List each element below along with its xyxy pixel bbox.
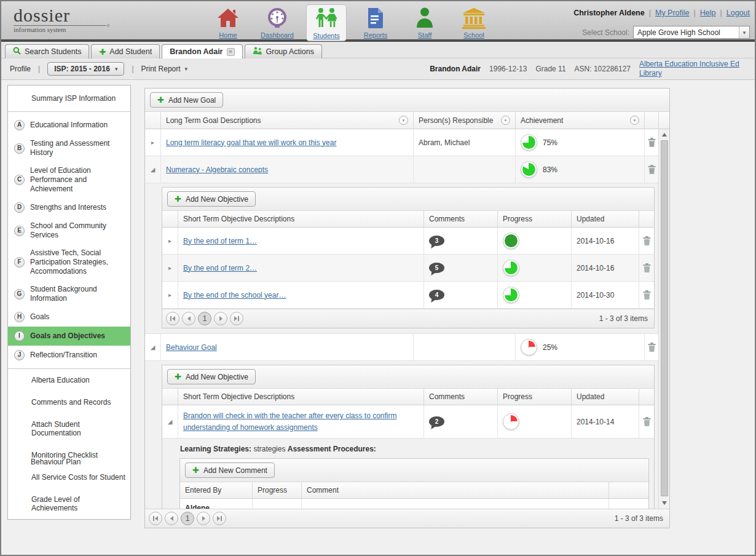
- chevron-down-icon[interactable]: ▾: [739, 26, 749, 38]
- delete-objective-button[interactable]: [639, 255, 654, 281]
- expand-arrow-icon[interactable]: ▸: [162, 255, 178, 281]
- add-new-objective-button[interactable]: ✚ Add New Objective: [167, 191, 256, 207]
- delete-objective-button[interactable]: [639, 282, 654, 308]
- nav-dashboard[interactable]: Dashboard: [257, 4, 297, 41]
- sidebar-item-attach-student-documentation[interactable]: Attach Student Documentation: [8, 413, 130, 444]
- nav-staff-label[interactable]: Staff: [418, 31, 431, 39]
- sidebar-item-testing-assessment-history[interactable]: B Testing and Assessment History: [8, 135, 130, 162]
- pager-last-button[interactable]: [230, 312, 243, 325]
- filter-icon[interactable]: ▼: [501, 116, 510, 125]
- profile-link[interactable]: Profile: [10, 65, 31, 73]
- add-new-goal-button[interactable]: ✚ Add New Goal: [150, 92, 223, 108]
- nav-home[interactable]: Home: [208, 4, 248, 41]
- filter-icon[interactable]: ▼: [630, 116, 639, 125]
- school-select[interactable]: Apple Grove High School ▾: [633, 26, 750, 39]
- goal-link[interactable]: Long term literacy goal that we will wor…: [166, 138, 336, 147]
- add-new-comment-button[interactable]: ✚ Add New Comment: [185, 463, 275, 478]
- tab-search-students[interactable]: Search Students: [5, 44, 89, 58]
- add-new-objective-button[interactable]: ✚ Add New Objective: [167, 369, 256, 384]
- letter-badge: A: [14, 120, 25, 130]
- objective-row: ◢ Brandon will check in with the teacher…: [162, 405, 654, 439]
- collapse-arrow-icon[interactable]: ◢: [162, 405, 178, 438]
- delete-objective-button[interactable]: [639, 405, 654, 438]
- goal-link[interactable]: Behaviour Goal: [166, 343, 217, 352]
- sidebar-item-level-of-education-performance[interactable]: C Level of Education Performance and Ach…: [8, 162, 130, 198]
- pager-status: 1 - 3 of 3 items: [615, 514, 663, 523]
- pager-prev-button[interactable]: [182, 312, 195, 325]
- pager-next-button[interactable]: [197, 512, 210, 525]
- delete-goal-button[interactable]: [645, 129, 658, 156]
- delete-goal-button[interactable]: [645, 156, 658, 183]
- logout-link[interactable]: Logout: [726, 9, 750, 17]
- nav-students-label[interactable]: Students: [313, 32, 339, 39]
- pager-prev-button[interactable]: [165, 512, 178, 525]
- sidebar-item-assistive-tech[interactable]: F Assistive Tech, Social Participation S…: [8, 244, 130, 280]
- scrollbar-thumb[interactable]: [661, 140, 668, 496]
- vertical-scrollbar[interactable]: [658, 129, 669, 509]
- sidebar-item-strengths-and-interests[interactable]: D Strengths and Interests: [8, 198, 130, 217]
- objective-link[interactable]: By the end of term 1…: [183, 237, 257, 245]
- sidebar-item-student-background[interactable]: G Student Background Information: [8, 280, 130, 308]
- goal-person: Abram, Michael: [414, 129, 516, 156]
- goal-link[interactable]: Numeracy - Algebraic concepts: [166, 165, 268, 174]
- isp-year-dropdown[interactable]: ISP: 2015 - 2016 ▾: [47, 62, 124, 76]
- nav-dashboard-label[interactable]: Dashboard: [261, 31, 294, 39]
- scroll-up-icon[interactable]: [662, 133, 667, 137]
- delete-goal-button[interactable]: [645, 334, 658, 360]
- tab-add-student[interactable]: ✚ Add Student: [91, 44, 160, 58]
- comment-count-bubble: 4: [429, 290, 444, 300]
- close-icon[interactable]: ×: [227, 48, 235, 56]
- objective-link[interactable]: Brandon will check in with the teacher a…: [183, 410, 419, 433]
- nav-students[interactable]: Students: [306, 4, 347, 41]
- tab-brandon-adair[interactable]: Brandon Adair ×: [162, 44, 242, 58]
- sidebar-item-reflection-transition[interactable]: J Reflection/Transition: [8, 346, 130, 365]
- sidebar-item-summary-isp[interactable]: Summary ISP Information: [8, 85, 130, 112]
- pager-page-button[interactable]: 1: [181, 512, 194, 525]
- nav-reports[interactable]: Reports: [355, 4, 396, 41]
- my-profile-link[interactable]: My Profile: [655, 9, 690, 17]
- help-link[interactable]: Help: [700, 9, 716, 17]
- tab-group-actions[interactable]: Group Actions: [245, 44, 323, 58]
- dossier-logo: dossier information system✧: [14, 6, 106, 33]
- letter-badge: C: [14, 175, 25, 185]
- school-select-value: Apple Grove High School: [637, 28, 720, 37]
- nav-staff[interactable]: Staff: [404, 4, 445, 41]
- user-area: Christopher Aldene | My Profile | Help |…: [573, 9, 750, 17]
- sidebar-item-alberta-education[interactable]: Alberta Education: [8, 369, 130, 391]
- pager-next-button[interactable]: [214, 312, 227, 325]
- nav-school[interactable]: School: [454, 4, 494, 41]
- inclusive-ed-library-link[interactable]: Alberta Education Inclusive Ed Library: [639, 60, 749, 78]
- nav-reports-label[interactable]: Reports: [364, 31, 388, 39]
- delete-objective-button[interactable]: [639, 228, 654, 254]
- pager-page-button[interactable]: 1: [198, 312, 211, 325]
- objective-link[interactable]: By the end of term 2…: [183, 264, 257, 272]
- collapse-arrow-icon[interactable]: ◢: [145, 334, 161, 360]
- student-dob: 1996-12-13: [489, 65, 527, 73]
- sidebar-item-goals-and-objectives[interactable]: I Goals and Objectives: [8, 327, 130, 346]
- sidebar-item-goals[interactable]: H Goals: [8, 308, 130, 327]
- pager-last-button[interactable]: [213, 512, 226, 525]
- chevron-down-icon: ▾: [115, 66, 118, 72]
- pager-first-button[interactable]: [166, 312, 179, 325]
- delete-comment-button[interactable]: [609, 499, 648, 509]
- collapse-arrow-icon[interactable]: ◢: [145, 156, 161, 183]
- trash-icon: [643, 417, 651, 426]
- sidebar-item-educational-information[interactable]: A Educational Information: [8, 116, 130, 135]
- nav-school-label[interactable]: School: [463, 31, 484, 39]
- expand-arrow-icon[interactable]: ▸: [145, 129, 161, 156]
- scroll-down-icon[interactable]: [662, 501, 667, 505]
- print-report-dropdown[interactable]: Print Report ▾: [141, 65, 188, 73]
- filter-icon[interactable]: ▼: [399, 116, 408, 125]
- sidebar-item-school-community-services[interactable]: E School and Community Services: [8, 217, 130, 244]
- letter-badge: J: [14, 350, 25, 360]
- learning-strategies-label: Learning Strategies:: [180, 445, 251, 453]
- pager-first-button[interactable]: [149, 512, 162, 525]
- letter-badge: H: [14, 312, 25, 322]
- nav-home-label[interactable]: Home: [219, 31, 237, 39]
- sidebar-item-grade-level-achievements[interactable]: Grade Level of Achievements: [8, 488, 130, 519]
- expand-arrow-icon[interactable]: ▸: [162, 282, 178, 308]
- expand-arrow-icon[interactable]: ▸: [162, 228, 178, 254]
- sidebar-item-comments-and-records[interactable]: Comments and Records: [8, 391, 130, 413]
- objective-link[interactable]: By the end of the school year…: [183, 291, 286, 300]
- sidebar-item-behaviour-plan[interactable]: Behaviour Plan: [7, 454, 85, 470]
